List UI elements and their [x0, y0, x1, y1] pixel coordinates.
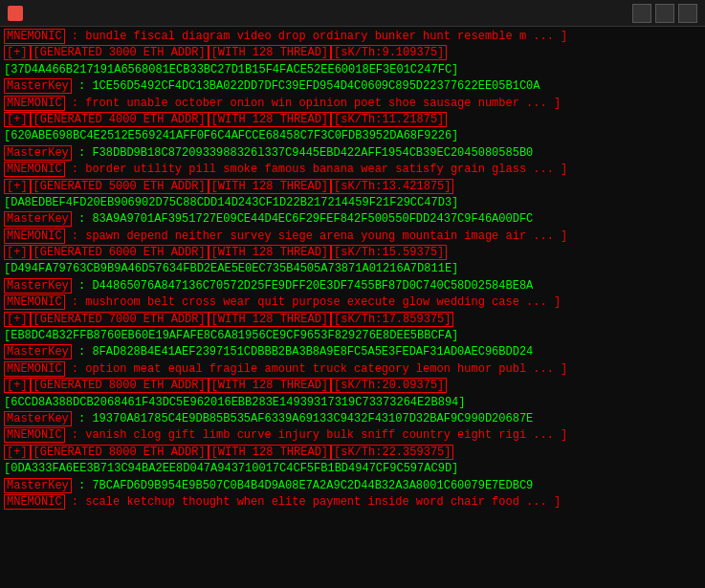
- generated-line: [+][GENERATED 5000 ETH ADDR][WITH 128 TH…: [0, 179, 705, 195]
- titlebar: [0, 0, 705, 27]
- close-button[interactable]: [678, 4, 697, 23]
- mnemonic-line: MNEMONIC : option meat equal fragile amo…: [0, 361, 705, 378]
- mnemonic-line: MNEMONIC : vanish clog gift limb curve i…: [0, 427, 705, 444]
- terminal-content: MNEMONIC : bundle fiscal diagram video d…: [0, 27, 705, 588]
- generated-line: [+][GENERATED 8000 ETH ADDR][WITH 128 TH…: [0, 445, 705, 461]
- generated-line: [+][GENERATED 4000 ETH ADDR][WITH 128 TH…: [0, 112, 705, 128]
- address-line: [6CCD8A388DCB2068461F43DC5E962016EBB283E…: [0, 395, 705, 411]
- masterkey-line: MasterKey : F38DBD9B18C8720933988326l337…: [0, 145, 705, 162]
- app-icon: [8, 6, 23, 21]
- address-line: [EB8DC4B32FFB8760EB60E19AFAFE8C6A81956CE…: [0, 328, 705, 344]
- address-line: [DA8EDBEF4FD20EB906902D75C88CDD14D243CF1…: [0, 195, 705, 211]
- address-line: [37D4A466B217191A6568081ECB33BC27D1B15F4…: [0, 62, 705, 78]
- mnemonic-line: MNEMONIC : bundle fiscal diagram video d…: [0, 29, 705, 45]
- masterkey-line: MasterKey : 7BCAFD6D9B954E9B507C0B4B4D9A…: [0, 478, 705, 494]
- mnemonic-line: MNEMONIC : front unable october onion wi…: [0, 96, 705, 112]
- titlebar-controls: [632, 4, 697, 23]
- masterkey-line: MasterKey : 19370A81785C4E9DB85B535AF633…: [0, 411, 705, 427]
- mnemonic-line: MNEMONIC : spawn depend neither survey s…: [0, 229, 705, 245]
- address-line: [620ABE698BC4E2512E569241AFF0F6C4AFCCE68…: [0, 128, 705, 144]
- new-tab-button[interactable]: [632, 4, 651, 23]
- generated-line: [+][GENERATED 3000 ETH ADDR][WITH 128 TH…: [0, 45, 705, 61]
- menu-button[interactable]: [655, 4, 674, 23]
- mnemonic-line: MNEMONIC : scale ketchup thought when el…: [0, 494, 705, 511]
- app-window: MNEMONIC : bundle fiscal diagram video d…: [0, 0, 705, 588]
- generated-line: [+][GENERATED 7000 ETH ADDR][WITH 128 TH…: [0, 312, 705, 328]
- masterkey-line: MasterKey : D44865076A847136C70572D25FE9…: [0, 278, 705, 294]
- masterkey-line: MasterKey : 83A9A9701AF3951727E09CE44D4E…: [0, 211, 705, 228]
- address-line: [D494FA79763CB9B9A46D57634FBD2EAE5E0EC73…: [0, 261, 705, 277]
- mnemonic-line: MNEMONIC : mushroom belt cross wear quit…: [0, 294, 705, 311]
- generated-line: [+][GENERATED 6000 ETH ADDR][WITH 128 TH…: [0, 245, 705, 261]
- mnemonic-line: MNEMONIC : border utility pill smoke fam…: [0, 162, 705, 178]
- address-line: [0DA333FA6EE3B713C94BA2EE8D047A943710017…: [0, 461, 705, 477]
- masterkey-line: MasterKey : 1CE56D5492CF4DC13BA022DD7DFC…: [0, 78, 705, 95]
- masterkey-line: MasterKey : 8FAD828B4E41AEF2397151CDBBB2…: [0, 344, 705, 360]
- generated-line: [+][GENERATED 8000 ETH ADDR][WITH 128 TH…: [0, 378, 705, 394]
